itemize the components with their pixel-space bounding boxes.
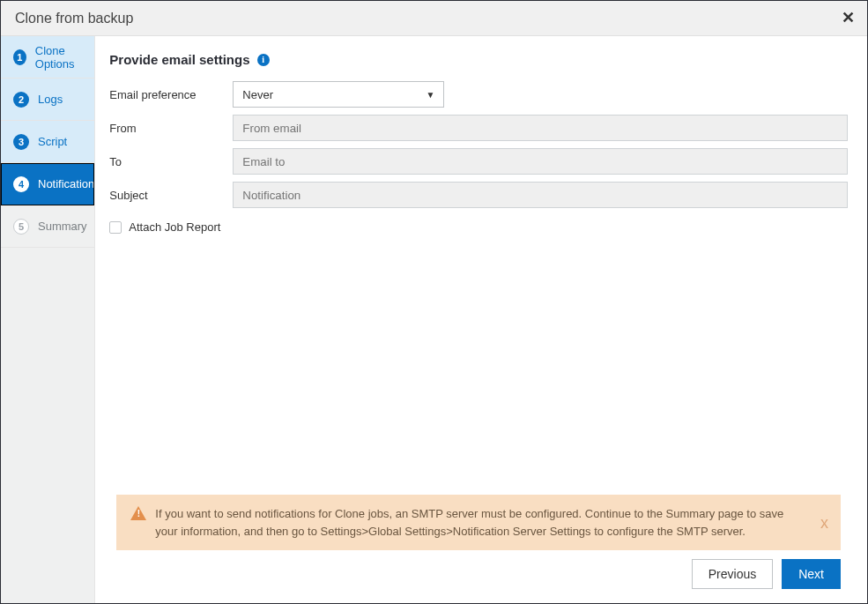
wizard-sidebar: 1 Clone Options 2 Logs 3 Script 4 Notifi… — [1, 36, 95, 603]
step-number: 4 — [13, 176, 29, 192]
dialog-body: 1 Clone Options 2 Logs 3 Script 4 Notifi… — [1, 36, 867, 603]
wizard-content: Provide email settings i Email preferenc… — [95, 36, 867, 603]
step-label: Script — [38, 135, 67, 148]
content-spacer — [109, 234, 848, 495]
section-title-row: Provide email settings i — [109, 52, 848, 67]
from-input[interactable] — [233, 115, 848, 141]
row-attach-report: Attach Job Report — [109, 220, 848, 234]
sidebar-step-logs[interactable]: 2 Logs — [1, 78, 94, 121]
step-number: 1 — [13, 49, 26, 65]
next-button[interactable]: Next — [782, 559, 841, 589]
sidebar-step-clone-options[interactable]: 1 Clone Options — [1, 36, 94, 78]
label-subject: Subject — [109, 189, 233, 202]
row-email-preference: Email preference Never ▼ — [109, 81, 848, 108]
previous-button[interactable]: Previous — [692, 559, 773, 589]
info-icon[interactable]: i — [257, 54, 270, 66]
select-value: Never — [242, 88, 273, 101]
label-email-preference: Email preference — [109, 88, 233, 101]
smtp-warning-alert: If you want to send notifications for Cl… — [116, 495, 841, 550]
step-number: 5 — [13, 219, 29, 235]
email-preference-select[interactable]: Never ▼ — [233, 81, 444, 108]
to-input[interactable] — [233, 148, 848, 175]
sidebar-step-notification[interactable]: 4 Notification — [1, 163, 94, 205]
step-label: Notification — [38, 177, 94, 190]
close-icon[interactable]: ✕ — [842, 8, 855, 27]
label-to: To — [109, 155, 233, 168]
sidebar-step-script[interactable]: 3 Script — [1, 121, 94, 163]
wizard-footer: Previous Next — [109, 559, 848, 591]
sidebar-step-summary[interactable]: 5 Summary — [1, 205, 94, 248]
email-settings-form: Email preference Never ▼ From T — [109, 81, 848, 234]
section-heading: Provide email settings — [109, 52, 249, 67]
row-to: To — [109, 148, 848, 175]
step-number: 3 — [13, 134, 29, 150]
label-from: From — [109, 122, 233, 135]
title-bar: Clone from backup ✕ — [1, 1, 867, 36]
dialog-title: Clone from backup — [15, 11, 133, 26]
alert-message: If you want to send notifications for Cl… — [155, 505, 804, 540]
caret-down-icon: ▼ — [426, 90, 434, 100]
row-subject: Subject — [109, 182, 848, 208]
dialog-window: Clone from backup ✕ 1 Clone Options 2 Lo… — [0, 0, 868, 604]
step-label: Logs — [38, 93, 63, 106]
warning-icon — [130, 506, 146, 520]
alert-dismiss-icon[interactable]: x — [820, 513, 828, 532]
label-attach-report: Attach Job Report — [129, 220, 220, 234]
step-label: Summary — [38, 220, 87, 233]
step-label: Clone Options — [35, 44, 95, 71]
row-from: From — [109, 115, 848, 141]
step-number: 2 — [13, 92, 29, 108]
subject-input[interactable] — [233, 182, 848, 208]
attach-report-checkbox[interactable] — [109, 221, 122, 234]
